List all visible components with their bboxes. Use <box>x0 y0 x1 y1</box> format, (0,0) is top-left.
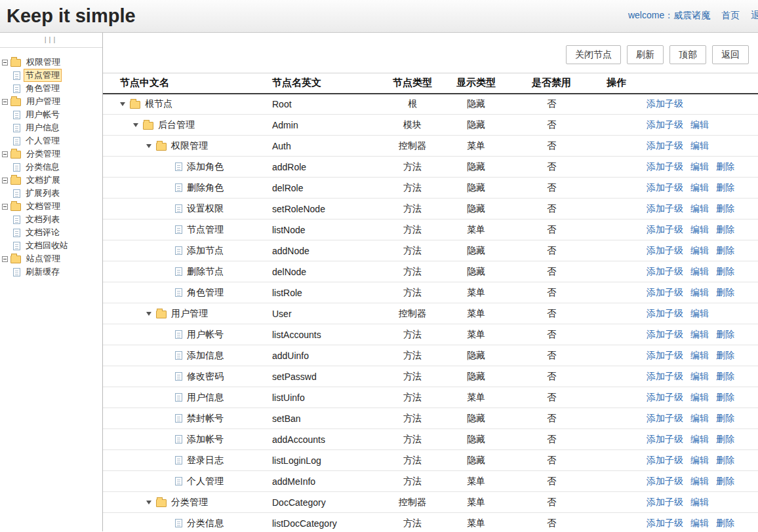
edit-link[interactable]: 编辑 <box>690 455 709 466</box>
delete-link[interactable]: 删除 <box>716 413 734 425</box>
add-child-link[interactable]: 添加子级 <box>647 203 683 215</box>
delete-link[interactable]: 删除 <box>716 203 734 215</box>
node-name-wrap: 添加节点 <box>103 245 254 257</box>
delete-link[interactable]: 删除 <box>716 224 734 236</box>
delete-link[interactable]: 删除 <box>716 518 734 529</box>
edit-link[interactable]: 编辑 <box>690 392 709 404</box>
tree-collapse-icon[interactable] <box>2 256 8 262</box>
collapse-arrow-icon[interactable] <box>146 501 151 504</box>
add-child-link[interactable]: 添加子级 <box>647 182 683 194</box>
delete-link[interactable]: 删除 <box>716 329 734 341</box>
delete-link[interactable]: 删除 <box>716 245 734 257</box>
node-type: 控制器 <box>378 303 447 324</box>
add-child-link[interactable]: 添加子级 <box>647 140 683 152</box>
sidebar-item-label: 刷新缓存 <box>24 265 62 278</box>
add-child-link[interactable]: 添加子级 <box>647 245 683 257</box>
sidebar-item[interactable]: 文档回收站 <box>2 239 101 252</box>
edit-link[interactable]: 编辑 <box>690 203 709 215</box>
tree-collapse-icon[interactable] <box>2 99 8 105</box>
edit-link[interactable]: 编辑 <box>690 182 709 194</box>
add-child-link[interactable]: 添加子级 <box>647 119 683 131</box>
add-child-link[interactable]: 添加子级 <box>647 266 683 278</box>
add-child-link[interactable]: 添加子级 <box>647 329 683 341</box>
add-child-link[interactable]: 添加子级 <box>647 518 683 529</box>
delete-link[interactable]: 删除 <box>716 161 734 173</box>
display-type: 隐藏 <box>447 429 506 450</box>
edit-link[interactable]: 编辑 <box>690 476 709 487</box>
delete-link[interactable]: 删除 <box>716 455 734 466</box>
delete-link[interactable]: 删除 <box>716 287 734 299</box>
edit-link[interactable]: 编辑 <box>690 329 709 341</box>
refresh-button[interactable]: 刷新 <box>627 45 664 64</box>
top-button[interactable]: 顶部 <box>669 45 706 64</box>
sidebar-item[interactable]: 文档评论 <box>2 226 101 239</box>
tree-collapse-icon[interactable] <box>2 151 8 157</box>
edit-link[interactable]: 编辑 <box>690 350 709 362</box>
sidebar-item[interactable]: 文档列表 <box>2 213 101 226</box>
add-child-link[interactable]: 添加子级 <box>647 287 683 299</box>
edit-link[interactable]: 编辑 <box>690 224 709 236</box>
node-name-en: delRole <box>254 178 378 199</box>
edit-link[interactable]: 编辑 <box>690 161 709 173</box>
sidebar-resize-handle[interactable]: ||| <box>0 33 102 48</box>
edit-link[interactable]: 编辑 <box>690 497 709 508</box>
delete-link[interactable]: 删除 <box>716 434 734 446</box>
delete-link[interactable]: 删除 <box>716 392 734 404</box>
add-child-link[interactable]: 添加子级 <box>647 455 683 466</box>
edit-link[interactable]: 编辑 <box>690 245 709 257</box>
sidebar-item[interactable]: 权限管理 <box>2 56 101 69</box>
sidebar-item[interactable]: 节点管理 <box>2 69 101 82</box>
edit-link[interactable]: 编辑 <box>690 413 709 425</box>
add-child-link[interactable]: 添加子级 <box>647 497 683 508</box>
add-child-link[interactable]: 添加子级 <box>647 371 683 383</box>
collapse-arrow-icon[interactable] <box>120 102 125 106</box>
delete-link[interactable]: 删除 <box>716 266 734 278</box>
sidebar-item[interactable]: 用户管理 <box>2 95 101 108</box>
edit-link[interactable]: 编辑 <box>690 287 709 299</box>
sidebar-item[interactable]: 角色管理 <box>2 82 101 95</box>
delete-link[interactable]: 删除 <box>716 182 734 194</box>
edit-link[interactable]: 编辑 <box>690 266 709 278</box>
edit-link[interactable]: 编辑 <box>690 308 709 320</box>
delete-link[interactable]: 删除 <box>716 350 734 362</box>
back-button[interactable]: 返回 <box>712 45 749 64</box>
add-child-link[interactable]: 添加子级 <box>647 413 683 425</box>
actions-group: 添加子级编辑删除 <box>597 224 758 236</box>
close-node-button[interactable]: 关闭节点 <box>566 45 621 64</box>
tree-collapse-icon[interactable] <box>2 178 8 183</box>
edit-link[interactable]: 编辑 <box>690 140 709 152</box>
add-child-link[interactable]: 添加子级 <box>647 161 683 173</box>
add-child-link[interactable]: 添加子级 <box>647 308 683 320</box>
edit-link[interactable]: 编辑 <box>690 371 709 383</box>
edit-link[interactable]: 编辑 <box>690 434 709 446</box>
collapse-arrow-icon[interactable] <box>146 312 151 316</box>
collapse-arrow-icon[interactable] <box>146 144 151 148</box>
add-child-link[interactable]: 添加子级 <box>647 476 683 487</box>
collapse-arrow-icon[interactable] <box>133 123 138 127</box>
delete-link[interactable]: 删除 <box>716 371 734 383</box>
sidebar-item[interactable]: 文档扩展 <box>2 174 101 187</box>
sidebar-item[interactable]: 用户信息 <box>2 121 101 134</box>
tree-collapse-icon[interactable] <box>2 60 8 66</box>
add-child-link[interactable]: 添加子级 <box>647 392 683 404</box>
tree-collapse-icon[interactable] <box>2 204 8 210</box>
sidebar-item[interactable]: 分类信息 <box>2 161 101 174</box>
sidebar-item[interactable]: 扩展列表 <box>2 187 101 200</box>
nav-logout-link[interactable]: 退出 <box>751 10 758 20</box>
add-child-link[interactable]: 添加子级 <box>647 98 683 110</box>
sidebar-item[interactable]: 个人管理 <box>2 134 101 147</box>
table-row: 禁封帐号setBan方法隐藏否添加子级编辑删除 <box>103 408 758 429</box>
sidebar-item[interactable]: 文档管理 <box>2 200 101 213</box>
sidebar-item[interactable]: 用户帐号 <box>2 108 101 121</box>
sidebar-item[interactable]: 分类管理 <box>2 147 101 161</box>
sidebar-item[interactable]: 站点管理 <box>2 252 101 265</box>
file-icon <box>175 393 182 402</box>
edit-link[interactable]: 编辑 <box>690 518 709 529</box>
add-child-link[interactable]: 添加子级 <box>647 224 683 236</box>
nav-home-link[interactable]: 首页 <box>721 10 740 20</box>
sidebar-item[interactable]: 刷新缓存 <box>2 265 101 278</box>
edit-link[interactable]: 编辑 <box>690 119 709 131</box>
delete-link[interactable]: 删除 <box>716 476 734 487</box>
add-child-link[interactable]: 添加子级 <box>647 350 683 362</box>
add-child-link[interactable]: 添加子级 <box>647 434 683 446</box>
